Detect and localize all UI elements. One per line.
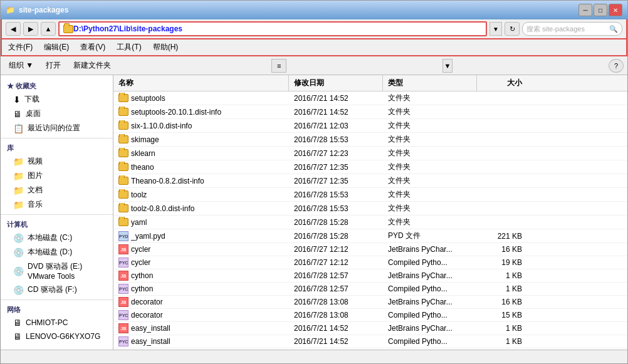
cell-size: 16 KB: [477, 296, 527, 308]
cell-type: 文件夹: [383, 174, 477, 187]
maximize-button[interactable]: □: [594, 4, 607, 16]
organize-button[interactable]: 组织 ▼: [4, 58, 38, 73]
table-row[interactable]: JB easy_install 2016/7/21 14:52 JetBrain…: [113, 322, 627, 335]
table-row[interactable]: PYC cython 2016/7/28 12:57 Compiled Pyth…: [113, 283, 627, 296]
cell-size: [477, 221, 527, 224]
pyc-icon: PYC: [118, 284, 128, 294]
cell-size: [477, 111, 527, 113]
column-date[interactable]: 修改日期: [289, 75, 383, 91]
column-type[interactable]: 类型: [383, 75, 477, 91]
table-row[interactable]: toolz 2016/7/28 15:53 文件夹: [113, 188, 627, 202]
menu-view[interactable]: 查看(V): [78, 41, 108, 54]
sidebar-item-pictures[interactable]: 📁 图片: [1, 169, 113, 183]
table-row[interactable]: PYC easy_install 2016/7/21 14:52 Compile…: [113, 335, 627, 348]
toolbar: 组织 ▼ 打开 新建文件夹 ≡ ▼ ?: [1, 56, 627, 75]
sidebar-drive-e-label: DVD 驱动器 (E:) VMware Tools: [28, 261, 107, 281]
table-row[interactable]: six-1.10.0.dist-info 2016/7/21 12:03 文件夹: [113, 119, 627, 133]
sidebar-network-title[interactable]: 网络: [1, 303, 113, 316]
drive-d-icon: 💿: [13, 247, 24, 257]
cell-name: JB decorator: [113, 296, 289, 308]
cell-type: JetBrains PyChar...: [383, 270, 477, 281]
organize-label: 组织 ▼: [9, 60, 33, 71]
view-options-button[interactable]: ▼: [442, 59, 453, 73]
sidebar-library-title[interactable]: 库: [1, 141, 113, 154]
menu-tools[interactable]: 工具(T): [114, 41, 144, 54]
menu-edit[interactable]: 编辑(E): [41, 41, 71, 54]
file-name: decorator: [131, 311, 163, 320]
view-toggle-button[interactable]: ≡: [271, 59, 286, 73]
cell-date: 2016/7/21 14:52: [289, 93, 383, 104]
file-name: sklearn: [131, 149, 155, 158]
sidebar-downloads-label: 下载: [24, 94, 39, 105]
back-button[interactable]: ◀: [6, 22, 21, 36]
sidebar-item-pc2[interactable]: 🖥 LENOVO-G6KYXO7G: [1, 330, 113, 343]
sidebar-item-drive-d[interactable]: 💿 本地磁盘 (D:): [1, 245, 113, 259]
sidebar-video-label: 视频: [28, 156, 43, 167]
sidebar-item-drive-c[interactable]: 💿 本地磁盘 (C:): [1, 231, 113, 245]
address-dropdown[interactable]: ▼: [489, 22, 502, 36]
table-row[interactable]: yaml 2016/7/28 15:28 文件夹: [113, 216, 627, 229]
table-row[interactable]: setuptools 2016/7/21 14:52 文件夹: [113, 91, 627, 105]
new-folder-button[interactable]: 新建文件夹: [69, 58, 115, 73]
cell-name: theano: [113, 162, 289, 173]
cell-size: 1 KB: [477, 270, 527, 281]
sidebar-divider-1: [1, 138, 113, 138]
table-row[interactable]: PYD _yaml.pyd 2016/7/28 15:28 PYD 文件 221…: [113, 229, 627, 243]
sidebar-item-video[interactable]: 📁 视频: [1, 154, 113, 169]
column-name[interactable]: 名称: [113, 75, 289, 91]
sidebar-item-music[interactable]: 📁 音乐: [1, 197, 113, 212]
refresh-button[interactable]: ↻: [505, 22, 520, 36]
forward-button[interactable]: ▶: [23, 22, 38, 36]
sidebar-item-pc1[interactable]: 🖥 CHMIOT-PC: [1, 316, 113, 330]
table-row[interactable]: theano 2016/7/27 12:35 文件夹: [113, 160, 627, 174]
sidebar-item-recent[interactable]: 📋 最近访问的位置: [1, 121, 113, 135]
help-button[interactable]: ?: [609, 59, 624, 73]
cell-date: 2016/7/21 14:52: [289, 336, 383, 347]
documents-icon: 📁: [13, 185, 24, 195]
table-row[interactable]: JB cython 2016/7/28 12:57 JetBrains PyCh…: [113, 269, 627, 283]
table-row[interactable]: PYC decorator 2016/7/28 13:08 Compiled P…: [113, 309, 627, 322]
close-button[interactable]: ✕: [609, 4, 622, 16]
cell-size: 1 KB: [477, 336, 527, 347]
cell-type: Compiled Pytho...: [383, 283, 477, 294]
table-row[interactable]: PYC cycler 2016/7/27 12:12 Compiled Pyth…: [113, 256, 627, 269]
sidebar-item-downloads[interactable]: ⬇ 下载: [1, 92, 113, 107]
sidebar-item-drive-f[interactable]: 💿 CD 驱动器 (F:): [1, 283, 113, 297]
cell-type: 文件夹: [383, 147, 477, 160]
address-box[interactable]: D:\Python27\Lib\site-packages: [58, 21, 487, 36]
cell-name: six-1.10.0.dist-info: [113, 120, 289, 132]
video-icon: 📁: [13, 157, 24, 167]
cell-date: 2016/7/28 13:08: [289, 296, 383, 308]
cell-type: Compiled Pytho...: [383, 336, 477, 347]
file-name: six-1.10.0.dist-info: [131, 122, 192, 130]
cell-name: PYD _yaml.pyd: [113, 230, 289, 242]
column-size[interactable]: 大小: [477, 75, 527, 91]
table-row[interactable]: JB cycler 2016/7/27 12:12 JetBrains PyCh…: [113, 243, 627, 256]
search-box[interactable]: 搜索 site-packages 🔍: [522, 22, 622, 36]
file-name: theano: [131, 163, 154, 172]
cell-size: 221 KB: [477, 231, 527, 242]
table-row[interactable]: skimage 2016/7/28 15:53 文件夹: [113, 133, 627, 147]
cell-date: 2016/7/21 14:52: [289, 107, 383, 118]
table-row[interactable]: Theano-0.8.2.dist-info 2016/7/27 12:35 文…: [113, 174, 627, 188]
sidebar-computer-title[interactable]: 计算机: [1, 217, 113, 231]
table-row[interactable]: toolz-0.8.0.dist-info 2016/7/28 15:53 文件…: [113, 202, 627, 216]
table-row[interactable]: JB decorator 2016/7/28 13:08 JetBrains P…: [113, 296, 627, 309]
menu-help[interactable]: 帮助(H): [150, 41, 181, 54]
sidebar-item-drive-e[interactable]: 💿 DVD 驱动器 (E:) VMware Tools: [1, 259, 113, 283]
minimize-button[interactable]: ─: [578, 4, 592, 16]
sidebar-favorites-title[interactable]: ★ 收藏夹: [1, 79, 113, 92]
up-button[interactable]: ▲: [41, 22, 56, 36]
cell-type: Compiled Pytho...: [383, 257, 477, 268]
open-button[interactable]: 打开: [41, 58, 65, 73]
sidebar-item-documents[interactable]: 📁 文档: [1, 183, 113, 197]
table-row[interactable]: setuptools-20.10.1.dist-info 2016/7/21 1…: [113, 105, 627, 119]
title-bar-left: 📁 site-packages: [6, 6, 68, 14]
file-name: skimage: [131, 135, 159, 144]
cell-date: 2016/7/28 13:08: [289, 309, 383, 321]
main-area: ★ 收藏夹 ⬇ 下载 🖥 桌面 📋 最近访问的位置 库 📁 视频 📁 图片: [1, 75, 627, 350]
sidebar-item-desktop[interactable]: 🖥 桌面: [1, 107, 113, 121]
table-row[interactable]: sklearn 2016/7/27 12:23 文件夹: [113, 147, 627, 160]
menu-file[interactable]: 文件(F): [6, 41, 35, 54]
pyc-icon: PYC: [118, 336, 128, 346]
